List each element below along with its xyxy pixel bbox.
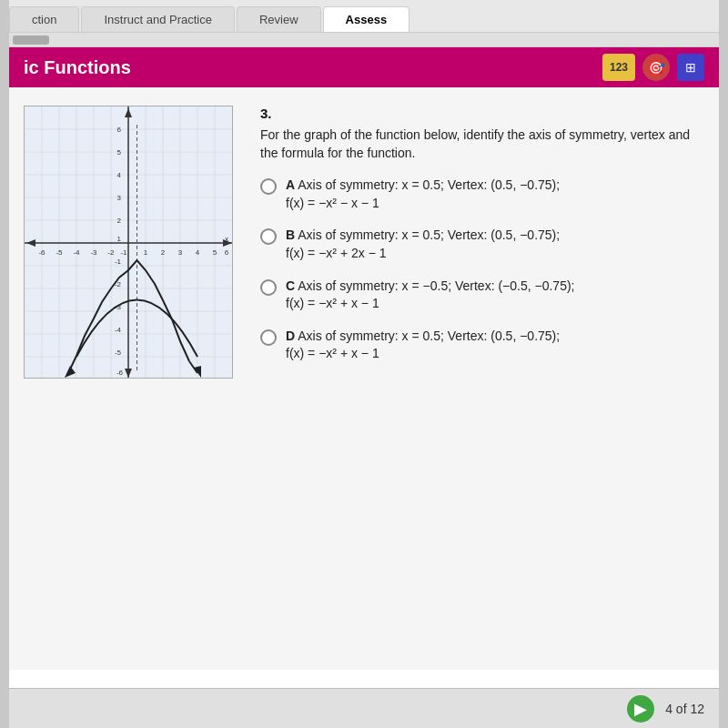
option-c-text2: f(x) = −x² + x − 1 xyxy=(286,296,379,310)
tab-assess[interactable]: Assess xyxy=(323,6,410,32)
tab-ction[interactable]: ction xyxy=(9,6,79,32)
option-a-letter: A xyxy=(286,177,295,192)
svg-text:2: 2 xyxy=(117,217,122,225)
option-c-label: C Axis of symmetry: x = −0.5; Vertex: (−… xyxy=(286,278,575,313)
svg-text:5: 5 xyxy=(213,248,217,257)
page-indicator: 4 of 12 xyxy=(665,702,704,716)
svg-text:2: 2 xyxy=(161,248,166,257)
option-c-letter: C xyxy=(286,278,295,293)
svg-text:4: 4 xyxy=(117,171,122,179)
svg-text:1: 1 xyxy=(144,248,148,257)
option-d-text1: Axis of symmetry: x = 0.5; Vertex: (0.5,… xyxy=(298,329,560,343)
svg-text:1: 1 xyxy=(117,235,122,243)
svg-text:-1: -1 xyxy=(115,258,122,266)
calculator-icon[interactable]: ⊞ xyxy=(677,54,704,81)
option-c-text1: Axis of symmetry: x = −0.5; Vertex: (−0.… xyxy=(298,278,574,293)
svg-text:-5: -5 xyxy=(115,349,122,357)
tab-instruct[interactable]: Instruct and Practice xyxy=(81,6,235,32)
svg-text:-4: -4 xyxy=(73,248,80,257)
svg-text:-3: -3 xyxy=(90,248,97,257)
svg-text:-5: -5 xyxy=(56,248,63,257)
scrollbar-thumb[interactable] xyxy=(13,35,49,45)
svg-text:-6: -6 xyxy=(116,369,124,377)
option-b-letter: B xyxy=(286,228,295,242)
svg-text:6: 6 xyxy=(225,248,229,257)
radio-c[interactable] xyxy=(260,279,277,296)
option-d-letter: D xyxy=(286,329,295,343)
option-a-text2: f(x) = −x² − x − 1 xyxy=(286,196,379,210)
header-bar: ic Functions 123 🎯 ⊞ xyxy=(9,47,719,87)
option-b-text2: f(x) = −x² + 2x − 1 xyxy=(286,246,387,260)
svg-text:x: x xyxy=(225,235,228,243)
svg-text:-6: -6 xyxy=(38,248,46,257)
svg-marker-55 xyxy=(65,366,76,378)
option-d-label: D Axis of symmetry: x = 0.5; Vertex: (0.… xyxy=(286,328,560,363)
svg-text:4: 4 xyxy=(196,248,200,257)
graph-svg: -6 -5 -4 -3 -2 -1 1 2 3 4 5 6 x 6 5 4 xyxy=(25,106,233,379)
scrollbar-area xyxy=(9,33,719,47)
option-d-text2: f(x) = −x² + x − 1 xyxy=(286,346,379,360)
main-content: -6 -5 -4 -3 -2 -1 1 2 3 4 5 6 x 6 5 4 xyxy=(9,87,719,670)
bottom-bar: ▶ 4 of 12 xyxy=(9,688,719,728)
svg-text:5: 5 xyxy=(117,148,122,157)
question-area: 3. For the graph of the function below, … xyxy=(260,106,704,652)
option-a[interactable]: A Axis of symmetry: x = 0.5; Vertex: (0.… xyxy=(260,177,704,212)
screen: ction Instruct and Practice Review Asses… xyxy=(9,0,719,728)
svg-text:6: 6 xyxy=(117,126,122,134)
calc-icon-box[interactable]: 123 xyxy=(602,54,635,81)
option-b[interactable]: B Axis of symmetry: x = 0.5; Vertex: (0.… xyxy=(260,227,704,262)
svg-text:-1: -1 xyxy=(120,248,127,257)
svg-text:-4: -4 xyxy=(115,326,122,334)
svg-text:3: 3 xyxy=(117,194,122,202)
nav-tabs: ction Instruct and Practice Review Asses… xyxy=(9,0,719,33)
svg-marker-24 xyxy=(125,108,132,117)
option-d[interactable]: D Axis of symmetry: x = 0.5; Vertex: (0.… xyxy=(260,328,704,363)
target-icon[interactable]: 🎯 xyxy=(642,54,670,81)
option-c[interactable]: C Axis of symmetry: x = −0.5; Vertex: (−… xyxy=(260,278,704,313)
next-button[interactable]: ▶ xyxy=(627,695,654,723)
radio-b[interactable] xyxy=(260,228,277,245)
tab-review[interactable]: Review xyxy=(237,6,321,32)
question-text: For the graph of the function below, ide… xyxy=(260,126,704,162)
option-a-label: A Axis of symmetry: x = 0.5; Vertex: (0.… xyxy=(286,177,560,212)
page-title: ic Functions xyxy=(24,57,131,78)
graph-canvas: -6 -5 -4 -3 -2 -1 1 2 3 4 5 6 x 6 5 4 xyxy=(24,106,233,379)
radio-a[interactable] xyxy=(260,178,277,195)
svg-text:3: 3 xyxy=(178,248,183,257)
svg-text:-2: -2 xyxy=(107,248,115,257)
graph-container: -6 -5 -4 -3 -2 -1 1 2 3 4 5 6 x 6 5 4 xyxy=(24,106,242,652)
option-b-label: B Axis of symmetry: x = 0.5; Vertex: (0.… xyxy=(286,227,560,262)
svg-marker-27 xyxy=(26,239,35,247)
header-icons: 123 🎯 ⊞ xyxy=(602,54,704,81)
option-b-text1: Axis of symmetry: x = 0.5; Vertex: (0.5,… xyxy=(298,228,560,242)
question-number: 3. xyxy=(260,106,704,121)
svg-marker-25 xyxy=(125,369,132,378)
option-a-text1-content: Axis of symmetry: x = 0.5; Vertex: (0.5,… xyxy=(298,177,560,192)
radio-d[interactable] xyxy=(260,329,277,346)
